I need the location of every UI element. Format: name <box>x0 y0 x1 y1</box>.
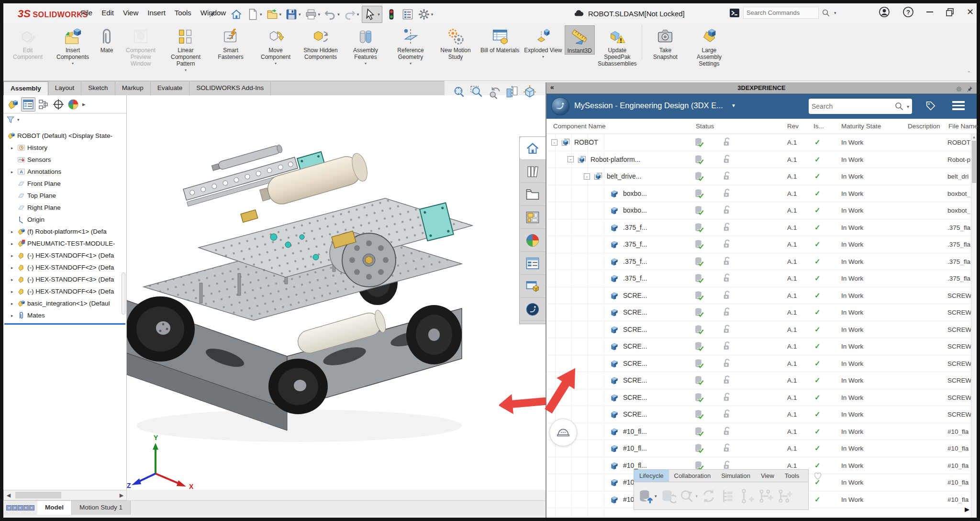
help-icon[interactable] <box>902 6 914 18</box>
component-row[interactable]: - SCRE... A.1 ✓ In Work SCREW ▾ <box>546 406 971 423</box>
search-icon[interactable] <box>822 9 830 17</box>
ribbon-button[interactable]: Insert Components ▾ <box>50 25 95 66</box>
tree-item[interactable]: ▸ History <box>3 142 126 154</box>
more-tabs-icon[interactable]: ▸ <box>82 101 86 108</box>
component-row[interactable]: - SCRE... A.1 ✓ In Work SCREW ▾ <box>546 338 971 355</box>
session-dropdown-icon[interactable]: ▾ <box>732 102 735 109</box>
tree-item[interactable]: ▸ (-) HEX-STANDOFF<2> (Defa <box>3 261 126 273</box>
menu-item[interactable]: Tools <box>175 9 191 17</box>
action-tool-button[interactable]: ▾ <box>739 488 755 504</box>
ribbon-button[interactable]: Linear Component Pattern ▾ <box>163 25 208 73</box>
scroll-up-icon[interactable]: ▲ <box>971 134 977 139</box>
dropdown-caret-icon[interactable]: ▾ <box>378 12 380 17</box>
ribbon-button[interactable]: Large Assembly Settings ▾ <box>687 25 732 67</box>
display-manager-tab[interactable] <box>67 98 80 111</box>
expand-arrow-icon[interactable]: ▸ <box>11 229 17 234</box>
dropdown-caret-icon[interactable]: ▾ <box>431 12 434 17</box>
command-search-input[interactable] <box>743 7 819 19</box>
ribbon-button[interactable]: Move Component ▾ <box>253 25 298 66</box>
component-row[interactable]: - Robot-platform... A.1 ✓ In Work Robot-… <box>546 151 971 169</box>
graphics-viewport[interactable]: Y X Z <box>127 95 546 490</box>
column-header[interactable]: Maturity State <box>841 123 881 130</box>
collapse-toggle[interactable]: - <box>584 173 590 180</box>
action-tab[interactable]: Lifecycle <box>634 470 669 482</box>
action-tab[interactable]: Collaboration <box>669 470 716 482</box>
component-row[interactable]: - SCRE... A.1 ✓ In Work SCREW ▾ <box>546 321 971 339</box>
search-dropdown-caret-icon[interactable]: ▾ <box>834 11 836 15</box>
collapse-ribbon-icon[interactable]: ˆ <box>968 70 970 78</box>
menu-item[interactable]: Insert <box>147 9 166 17</box>
task-pane-tab[interactable] <box>520 160 546 183</box>
expand-arrow-icon[interactable]: ▸ <box>11 170 17 174</box>
tree-item[interactable]: ▸ (-) HEX-STANDOFF<3> (Defa <box>3 273 126 285</box>
minimize-button[interactable] <box>926 11 933 12</box>
tree-item[interactable]: ▸ ROBOT (Default) <Display State- <box>3 130 126 142</box>
horizontal-scrollbar[interactable]: ◀ ▶ <box>3 490 127 500</box>
panel-menu-icon[interactable] <box>952 101 965 112</box>
search-options-caret-icon[interactable]: ▾ <box>907 104 909 109</box>
ribbon-button[interactable]: Bill of Materials ▾ <box>478 25 522 54</box>
column-header[interactable]: Component Name <box>553 123 606 130</box>
dropdown-caret-icon[interactable]: ▾ <box>275 61 277 66</box>
command-tab[interactable]: SOLIDWORKS Add-Ins <box>189 81 271 96</box>
dimxpert-manager-tab[interactable] <box>52 98 65 111</box>
action-tool-button[interactable]: ▾ <box>679 488 698 504</box>
toolbar-button[interactable]: ▾ <box>304 7 322 22</box>
expand-arrow-icon[interactable]: ▸ <box>11 253 17 258</box>
column-header[interactable]: Description <box>908 123 940 130</box>
scroll-right-icon[interactable]: ▶ <box>117 492 126 498</box>
component-row[interactable]: - SCRE... A.1 ✓ In Work SCREW ▾ <box>546 355 971 373</box>
component-row[interactable]: - belt_drive... A.1 ✓ In Work belt_dri ▾ <box>546 168 971 185</box>
collapse-toggle[interactable]: - <box>568 156 574 162</box>
rollback-bar[interactable] <box>4 323 125 325</box>
ribbon-button[interactable]: Exploded View ▾ <box>522 25 564 59</box>
component-row[interactable]: - SCRE... A.1 ✓ In Work SCREW ▾ <box>546 389 971 407</box>
ribbon-button[interactable]: Instant3D ▾ <box>565 25 595 55</box>
tree-item[interactable]: ▸ Mates <box>3 309 126 321</box>
dropdown-caret-icon[interactable]: ▾ <box>279 12 282 17</box>
assistant-button[interactable] <box>549 419 577 446</box>
dropdown-caret-icon[interactable]: ▾ <box>410 61 412 66</box>
command-tab[interactable]: Sketch <box>81 81 115 96</box>
toolbar-button[interactable]: ▾ <box>384 7 399 22</box>
menu-item[interactable]: Edit <box>101 9 114 17</box>
expand-arrow-icon[interactable]: ▸ <box>11 289 17 294</box>
component-row[interactable]: - SCRE... A.1 ✓ In Work SCREW ▾ <box>546 372 971 389</box>
toolbar-button[interactable]: ▾ <box>265 7 283 22</box>
panel-pin-icon[interactable] <box>966 84 973 93</box>
ribbon-button[interactable]: Assembly Features ▾ <box>343 25 388 66</box>
tree-item[interactable]: ▸ PNEUMATIC-TEST-MODULE- <box>3 238 126 249</box>
dropdown-caret-icon[interactable]: ▾ <box>337 12 340 17</box>
configuration-manager-tab[interactable] <box>37 98 50 111</box>
task-pane-tab[interactable] <box>520 206 546 229</box>
ribbon-button[interactable]: Update SpeedPak Subassemblies ▾ <box>595 25 640 67</box>
tree-item[interactable]: ▸ (-) HEX-STANDOFF<4> (Defa <box>3 285 126 297</box>
restore-button[interactable] <box>946 8 954 16</box>
ribbon-button[interactable]: Reference Geometry ▾ <box>388 25 433 66</box>
action-tab[interactable]: Tools <box>780 470 804 482</box>
dropdown-caret-icon[interactable]: ▾ <box>542 55 544 59</box>
view-tool-icon[interactable] <box>487 85 501 99</box>
column-header[interactable]: File Name <box>948 123 978 130</box>
tree-item[interactable]: ▸ Origin <box>3 214 126 226</box>
task-pane-tab[interactable] <box>520 137 546 160</box>
component-row[interactable]: - #10_fl... A.1 ✓ In Work #10_fla ▾ <box>546 423 971 441</box>
close-button[interactable]: ✕ <box>967 7 974 17</box>
action-tab[interactable]: Simulation <box>716 470 756 482</box>
dropdown-caret-icon[interactable]: ▾ <box>357 12 359 17</box>
dropdown-caret-icon[interactable]: ▾ <box>318 12 321 17</box>
tree-item[interactable]: ▸ Sensors <box>3 154 126 166</box>
dropdown-caret-icon[interactable]: ▾ <box>72 61 74 66</box>
filter-icon[interactable] <box>6 115 15 124</box>
ribbon-button[interactable]: Mate ▾ <box>95 25 118 54</box>
action-tool-button[interactable]: ▾ <box>638 488 657 504</box>
action-tool-button[interactable]: ▾ <box>660 488 676 504</box>
component-row[interactable]: - ROBOT A.1 ✓ In Work ROBOT ▾ <box>546 134 971 151</box>
task-pane-tab[interactable] <box>520 275 546 298</box>
expand-arrow-icon[interactable]: ▸ <box>11 265 17 270</box>
assembly-3d-view[interactable]: Y X Z <box>127 95 546 490</box>
action-tool-button[interactable]: ▾ <box>720 488 736 504</box>
dropdown-caret-icon[interactable]: ▾ <box>260 12 262 17</box>
expand-arrow-icon[interactable]: ▸ <box>11 277 17 282</box>
sheet-navigation[interactable]: ◂◂▸▸▸ <box>3 501 37 515</box>
